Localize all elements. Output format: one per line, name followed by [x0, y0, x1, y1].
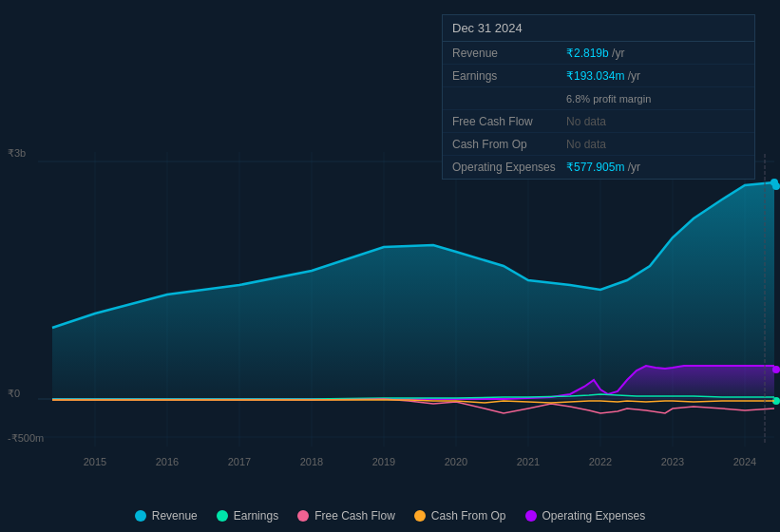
earnings-legend-label: Earnings — [234, 509, 278, 522]
cash-from-op-value: No data — [566, 138, 745, 151]
revenue-legend-label: Revenue — [152, 509, 198, 522]
svg-text:2022: 2022 — [589, 456, 612, 467]
cash-from-op-label: Cash From Op — [452, 138, 566, 151]
revenue-label: Revenue — [452, 47, 566, 60]
svg-text:2017: 2017 — [228, 456, 251, 467]
free-cash-flow-legend-label: Free Cash Flow — [314, 509, 395, 522]
free-cash-flow-label: Free Cash Flow — [452, 115, 566, 128]
legend-cash-from-op[interactable]: Cash From Op — [414, 509, 506, 522]
svg-point-14 — [770, 179, 778, 186]
svg-text:2023: 2023 — [661, 456, 684, 467]
operating-expenses-legend-label: Operating Expenses — [542, 509, 646, 522]
revenue-dot — [135, 510, 146, 522]
svg-text:2018: 2018 — [300, 456, 323, 467]
revenue-value: ₹2.819b /yr — [566, 47, 745, 60]
legend-free-cash-flow[interactable]: Free Cash Flow — [297, 509, 395, 522]
free-cash-flow-row: Free Cash Flow No data — [443, 110, 754, 133]
svg-text:2019: 2019 — [372, 456, 395, 467]
revenue-row: Revenue ₹2.819b /yr — [443, 42, 754, 65]
operating-expenses-label: Operating Expenses — [452, 161, 566, 174]
profit-margin-value: 6.8% profit margin — [566, 93, 651, 104]
cash-from-op-dot — [414, 510, 426, 522]
svg-text:2021: 2021 — [517, 456, 540, 467]
cash-from-op-legend-label: Cash From Op — [431, 509, 506, 522]
earnings-dot — [217, 510, 228, 522]
operating-expenses-value: ₹577.905m /yr — [566, 161, 745, 174]
legend-revenue[interactable]: Revenue — [135, 509, 198, 522]
profit-margin-row: 6.8% profit margin — [443, 87, 754, 110]
legend-operating-expenses[interactable]: Operating Expenses — [525, 509, 646, 522]
svg-text:2024: 2024 — [733, 456, 756, 467]
earnings-label: Earnings — [452, 69, 566, 83]
free-cash-flow-dot — [297, 510, 309, 522]
legend-earnings[interactable]: Earnings — [217, 509, 278, 522]
cash-from-op-row: Cash From Op No data — [443, 133, 754, 156]
chart-legend: Revenue Earnings Free Cash Flow Cash Fro… — [0, 509, 780, 522]
svg-text:2016: 2016 — [156, 456, 179, 467]
tooltip-box: Dec 31 2024 Revenue ₹2.819b /yr Earnings… — [442, 14, 755, 180]
operating-expenses-row: Operating Expenses ₹577.905m /yr — [443, 156, 754, 179]
tooltip-header: Dec 31 2024 — [443, 15, 754, 42]
free-cash-flow-value: No data — [566, 115, 745, 128]
svg-text:2015: 2015 — [84, 456, 106, 467]
earnings-value: ₹193.034m /yr — [566, 69, 745, 83]
operating-expenses-dot — [525, 510, 537, 522]
svg-text:2020: 2020 — [445, 456, 467, 467]
earnings-row: Earnings ₹193.034m /yr — [443, 65, 754, 87]
